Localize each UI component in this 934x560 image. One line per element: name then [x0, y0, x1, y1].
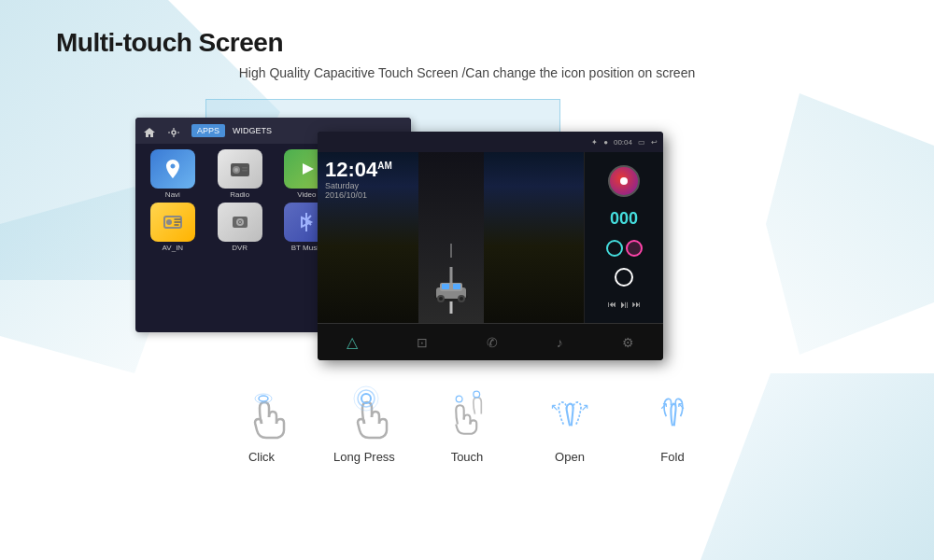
svg-marker-6: [303, 163, 314, 175]
bottom-nav: △ ⊡ ✆ ♪ ⚙: [318, 323, 663, 360]
svg-rect-4: [242, 167, 248, 169]
app-avin[interactable]: AV_IN: [141, 203, 205, 252]
app-dvr-icon: [218, 203, 262, 242]
app-navi-icon: [150, 149, 195, 189]
date-display: 2016/10/01: [325, 190, 392, 200]
gesture-click: Click: [229, 379, 294, 464]
gesture-touch: Touch: [434, 379, 500, 464]
gesture-long-press: Long Press: [332, 379, 397, 464]
bluetooth-icon: ✦: [591, 138, 598, 147]
wifi-icon: ●: [603, 138, 608, 147]
touch-gesture-icon: [434, 379, 500, 444]
app-radio-icon: [218, 149, 262, 189]
nav-camera[interactable]: ⊡: [417, 335, 428, 350]
back-icon: ↩: [651, 138, 658, 147]
settings-icon: [167, 125, 180, 136]
svg-rect-5: [242, 170, 248, 172]
svg-point-8: [166, 219, 172, 225]
main-content: Multi-touch Screen High Quality Capaciti…: [0, 0, 934, 483]
touch-label: Touch: [451, 450, 484, 464]
svg-point-11: [239, 221, 241, 223]
click-gesture-icon: [229, 379, 294, 444]
music-disc[interactable]: [608, 165, 640, 197]
nav-arrow[interactable]: △: [347, 333, 358, 351]
app-video-label: Video: [297, 190, 316, 199]
day-display: Saturday: [325, 181, 392, 190]
svg-point-18: [439, 297, 443, 301]
page-container: Multi-touch Screen High Quality Capaciti…: [0, 0, 934, 560]
gestures-section: Click Long Press: [56, 379, 878, 464]
app-dvr-label: DVR: [232, 244, 248, 252]
svg-point-24: [358, 390, 375, 407]
long-press-label: Long Press: [333, 450, 395, 464]
page-title: Multi-touch Screen: [56, 28, 878, 58]
svg-point-3: [234, 168, 238, 172]
counter: 000: [610, 209, 638, 229]
app-navi-label: Navi: [165, 190, 180, 199]
home-icon: [143, 125, 156, 136]
home-screen: ✦ ● 00:04 ▭ ↩: [318, 132, 663, 360]
gesture-fold: Fold: [640, 379, 705, 464]
nav-phone[interactable]: ✆: [487, 335, 498, 350]
gesture-open: Open: [537, 379, 602, 464]
fold-gesture-icon: [640, 379, 705, 444]
home-screen-header: ✦ ● 00:04 ▭ ↩: [318, 132, 663, 152]
click-label: Click: [248, 450, 275, 464]
svg-rect-15: [442, 284, 449, 289]
prev-btn[interactable]: ⏮: [608, 300, 616, 309]
svg-rect-16: [453, 284, 460, 289]
app-radio-label: Radio: [230, 190, 249, 199]
app-radio[interactable]: Radio: [208, 149, 272, 199]
nav-music[interactable]: ♪: [557, 335, 563, 350]
tab-widgets[interactable]: WIDGETS: [227, 124, 277, 137]
time-display-small: 00:04: [614, 138, 632, 147]
open-gesture-icon: [537, 379, 602, 444]
screens-area: APPS WIDGETS Navi: [56, 99, 878, 370]
fold-label: Fold: [660, 450, 684, 464]
battery-icon: ▭: [638, 138, 645, 147]
svg-point-27: [473, 391, 479, 398]
app-avin-label: AV_IN: [163, 244, 184, 252]
next-btn[interactable]: ⏭: [632, 300, 641, 309]
app-navi[interactable]: Navi: [141, 149, 205, 199]
svg-point-0: [172, 131, 176, 134]
play-btn[interactable]: ⏯: [619, 299, 630, 310]
app-avin-icon: [150, 203, 195, 242]
tab-apps[interactable]: APPS: [191, 124, 225, 137]
screen-tabs: APPS WIDGETS: [191, 124, 277, 137]
app-dvr[interactable]: DVR: [208, 203, 272, 252]
open-label: Open: [555, 450, 585, 464]
nav-settings[interactable]: ⚙: [622, 335, 634, 350]
svg-point-21: [259, 396, 268, 401]
svg-point-20: [460, 297, 463, 301]
page-subtitle: High Quality Capacitive Touch Screen /Ca…: [56, 65, 878, 80]
svg-point-26: [456, 396, 462, 402]
long-press-gesture-icon: [332, 379, 397, 444]
